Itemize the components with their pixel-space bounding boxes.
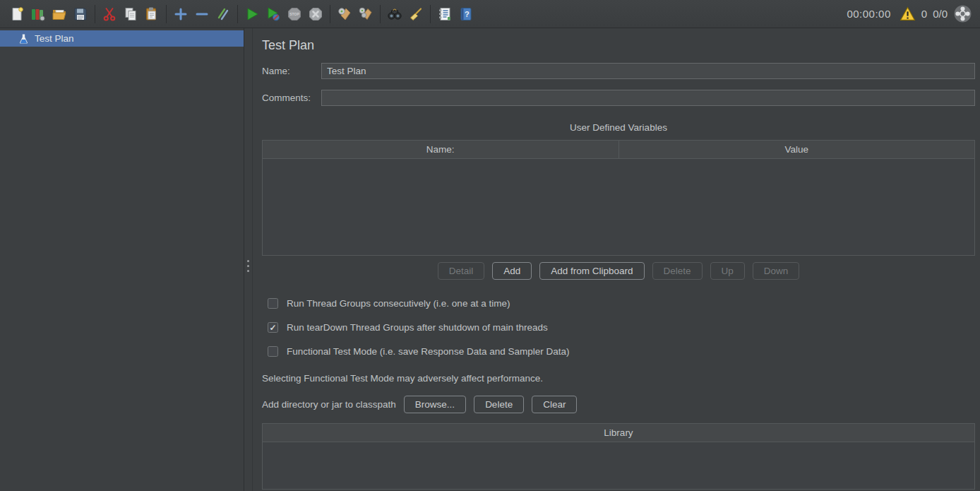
thread-counts: 0/0 [933,8,948,20]
content-area: Test Plan Test Plan Name: Comments: User… [0,28,980,491]
checkbox-label: Run Thread Groups consecutively (i.e. on… [287,298,510,309]
variables-button-row: Detail Add Add from Clipboard Delete Up … [262,262,975,280]
reset-search-icon [408,6,424,22]
start-no-timers-button[interactable] [263,4,284,25]
comments-label: Comments: [262,93,321,103]
tree-item-label: Test Plan [35,33,74,44]
browse-button[interactable]: Browse... [404,396,466,413]
open-file-button[interactable] [49,4,70,25]
name-label: Name: [262,66,321,76]
checkbox-functional-test-mode[interactable]: Functional Test Mode (i.e. save Response… [268,346,975,357]
help-icon: ? [458,6,474,22]
copy-button[interactable] [120,4,141,25]
shutdown-button[interactable] [305,4,326,25]
open-file-icon [52,6,67,22]
toggle-icon [215,6,231,22]
start-no-timers-icon [265,6,281,22]
delete-variable-button[interactable]: Delete [652,262,703,280]
tree-item-test-plan[interactable]: Test Plan [0,30,244,47]
toolbar-separator [95,5,95,23]
checkbox-label: Functional Test Mode (i.e. save Response… [287,346,569,357]
checkbox-checked-icon: ✓ [268,322,278,333]
remote-wheel-icon[interactable] [953,4,972,23]
add-from-clipboard-button[interactable]: Add from Clipboard [539,262,644,280]
expand-all-icon [173,6,189,22]
clear-icon [337,6,352,22]
user-defined-variables-table: Name: Value [262,140,975,256]
functional-mode-note: Selecting Functional Test Mode may adver… [262,373,975,384]
add-button[interactable]: Add [492,262,532,280]
expand-all-button[interactable] [170,4,191,25]
column-header-name[interactable]: Name: [263,141,619,158]
save-button[interactable] [70,4,91,25]
log-error-count: 0 [921,8,927,20]
tree-main-splitter[interactable] [244,28,253,491]
splitter-grip-icon [247,260,249,275]
toolbar-separator [237,5,238,23]
cut-button[interactable] [99,4,120,25]
stop-icon: STOP [287,6,302,22]
name-input[interactable] [321,63,975,79]
toolbar-separator [330,5,330,23]
templates-button[interactable] [28,4,49,25]
new-file-icon [9,6,25,22]
library-column-header[interactable]: Library [263,424,974,442]
up-button[interactable]: Up [710,262,745,280]
clear-all-button[interactable] [355,4,376,25]
function-helper-button[interactable] [434,4,455,25]
checkbox-run-thread-groups-consecutively[interactable]: Run Thread Groups consecutively (i.e. on… [268,298,975,309]
column-header-value[interactable]: Value [619,141,975,158]
toolbar-separator [166,5,167,23]
comments-field-row: Comments: [262,90,975,106]
svg-text:?: ? [465,10,470,18]
clear-button[interactable] [334,4,355,25]
library-table: Library [262,423,975,490]
clear-all-icon [358,6,374,22]
function-helper-icon [437,6,453,22]
collapse-all-button[interactable] [191,4,213,25]
checkbox-icon [268,346,278,357]
toolbar-separator [380,5,381,23]
test-plan-flask-icon [19,33,28,45]
copy-icon [123,6,138,22]
clear-classpath-button[interactable]: Clear [532,396,577,413]
down-button[interactable]: Down [753,262,800,280]
templates-icon [30,6,46,22]
checkbox-icon [268,298,278,309]
help-button[interactable]: ? [455,4,477,25]
comments-input[interactable] [321,90,975,106]
name-field-row: Name: [262,63,975,79]
new-file-button[interactable] [6,4,28,25]
page-title: Test Plan [262,38,975,53]
start-icon [244,6,260,22]
toolbar-separator [430,5,431,23]
checkbox-run-teardown-thread-groups[interactable]: ✓ Run tearDown Thread Groups after shutd… [268,322,975,333]
warning-icon[interactable] [900,6,916,22]
collapse-all-icon [194,6,210,22]
start-button[interactable] [241,4,263,25]
library-table-body[interactable] [263,442,974,489]
search-button[interactable] [384,4,405,25]
classpath-row: Add directory or jar to classpath Browse… [262,396,975,413]
classpath-label: Add directory or jar to classpath [262,399,396,410]
elapsed-time: 00:00:00 [847,8,890,20]
paste-icon [144,6,160,22]
svg-text:STOP: STOP [289,12,299,16]
variables-table-body[interactable] [263,159,974,255]
test-plan-config-panel: Test Plan Name: Comments: User Defined V… [253,28,980,491]
toggle-button[interactable] [213,4,234,25]
delete-classpath-button[interactable]: Delete [474,396,524,413]
search-icon [387,6,402,22]
test-plan-tree: Test Plan [0,28,244,491]
stop-button[interactable]: STOP [284,4,305,25]
checkbox-label: Run tearDown Thread Groups after shutdow… [287,322,548,333]
variables-table-header: Name: Value [263,141,974,159]
toolbar: STOP ? 00:00:00 0 0/0 [0,0,980,28]
shutdown-icon [308,6,323,22]
save-icon [73,6,88,22]
user-defined-variables-title: User Defined Variables [262,122,975,133]
detail-button[interactable]: Detail [438,262,485,280]
reset-search-button[interactable] [405,4,426,25]
paste-button[interactable] [141,4,162,25]
toolbar-status-area: 00:00:00 0 0/0 [847,4,974,23]
